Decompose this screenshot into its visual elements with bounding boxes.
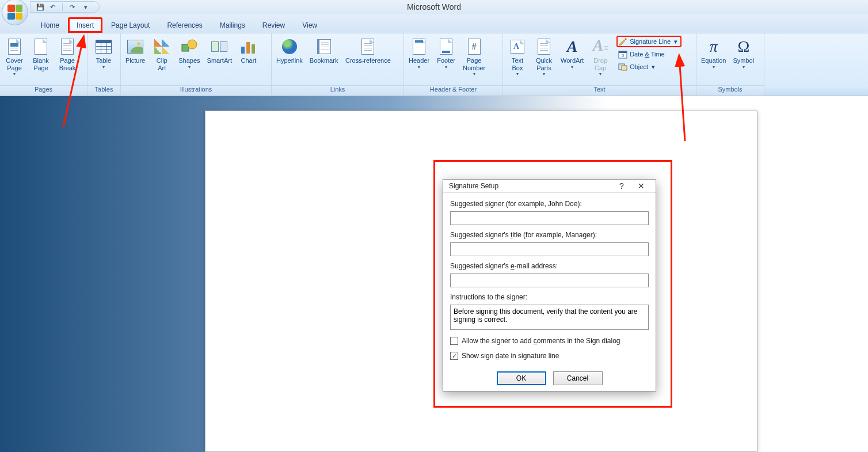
office-button[interactable]: [2, 0, 28, 25]
page-number-button[interactable]: # Page Number▾: [460, 36, 488, 78]
group-label-links: Links: [272, 85, 403, 96]
ribbon-tabs: Home Insert Page Layout References Maili…: [0, 14, 868, 33]
quick-access-toolbar: 💾 ↶ ↷ ▾: [30, 1, 100, 13]
app-title: Microsoft Word: [0, 0, 868, 14]
wordart-button[interactable]: A WordArt▾: [558, 36, 587, 71]
cancel-button[interactable]: Cancel: [553, 371, 603, 385]
drop-cap-icon: A≡: [593, 37, 608, 56]
quick-parts-button[interactable]: Quick Parts▾: [531, 36, 557, 78]
signature-icon: [618, 37, 627, 46]
tab-view[interactable]: View: [294, 17, 326, 33]
svg-rect-6: [622, 66, 627, 70]
clip-art-button[interactable]: Clip Art: [149, 36, 174, 73]
label-email: Suggested signer's e-mail address:: [450, 260, 649, 270]
checkbox-allow-comments[interactable]: Allow the signer to add comments in the …: [450, 337, 649, 345]
tab-page-layout[interactable]: Page Layout: [102, 17, 158, 33]
wordart-icon: A: [567, 39, 578, 55]
omega-icon: Ω: [737, 39, 749, 55]
tab-home[interactable]: Home: [32, 17, 68, 33]
label-signer: Suggested signer (for example, John Doe)…: [450, 197, 649, 208]
object-button[interactable]: Object▾: [616, 61, 682, 73]
label-title: Suggested signer's title (for example, M…: [450, 229, 649, 239]
globe-icon: [282, 39, 297, 54]
svg-point-1: [188, 40, 197, 49]
text-box-button[interactable]: A Text Box▾: [505, 36, 530, 78]
cross-ref-icon: [361, 39, 374, 55]
dialog-titlebar[interactable]: Signature Setup ? ✕: [443, 180, 656, 193]
tab-review[interactable]: Review: [254, 17, 294, 33]
cover-page-icon: [8, 39, 21, 55]
tab-mailings[interactable]: Mailings: [211, 17, 254, 33]
bookmark-icon: [317, 39, 331, 54]
input-instructions[interactable]: [450, 305, 649, 330]
svg-line-7: [63, 37, 83, 127]
ribbon: Cover Page▾ Blank Page Page Break Pages …: [0, 33, 868, 96]
save-icon[interactable]: 💾: [36, 3, 44, 11]
shapes-icon: [180, 37, 199, 56]
titlebar: 💾 ↶ ↷ ▾ Microsoft Word: [0, 0, 868, 14]
smartart-icon: [211, 40, 227, 54]
header-icon: [413, 39, 425, 55]
checkbox-icon: [450, 337, 458, 345]
annotation-arrow-insert: [58, 32, 92, 130]
checkbox-label: Show sign date in signature line: [462, 352, 559, 360]
picture-icon: [127, 40, 143, 54]
dialog-help-button[interactable]: ?: [612, 180, 631, 192]
signature-setup-dialog: Signature Setup ? ✕ Suggested signer (fo…: [443, 179, 656, 392]
table-button[interactable]: Table▾: [89, 36, 118, 71]
annotation-arrow-signature: [673, 52, 696, 144]
hyperlink-button[interactable]: Hyperlink: [273, 36, 306, 66]
drop-cap-button[interactable]: A≡ Drop Cap▾: [588, 36, 613, 78]
smartart-button[interactable]: SmartArt: [204, 36, 235, 66]
tab-insert[interactable]: Insert: [68, 17, 102, 33]
group-label-symbols: Symbols: [696, 85, 764, 96]
cross-ref-button[interactable]: Cross-reference: [342, 36, 394, 66]
qat-more-icon[interactable]: ▾: [84, 3, 87, 11]
checkbox-show-date[interactable]: ✓ Show sign date in signature line: [450, 352, 649, 360]
checkbox-icon: ✓: [450, 352, 458, 360]
picture-button[interactable]: Picture: [123, 36, 148, 66]
undo-icon[interactable]: ↶: [50, 3, 55, 11]
redo-icon[interactable]: ↷: [70, 3, 75, 11]
cover-page-button[interactable]: Cover Page▾: [2, 36, 27, 78]
header-button[interactable]: Header▾: [406, 36, 432, 71]
input-signer[interactable]: [450, 211, 649, 225]
blank-page-button[interactable]: Blank Page: [28, 36, 54, 73]
group-label-text: Text: [503, 85, 696, 96]
bookmark-button[interactable]: Bookmark: [307, 36, 341, 66]
qat-separator: [62, 3, 63, 11]
clip-art-icon: [154, 39, 169, 54]
footer-button[interactable]: Footer▾: [433, 36, 459, 71]
blank-page-icon: [35, 39, 47, 55]
input-email[interactable]: [450, 274, 649, 287]
tab-references[interactable]: References: [158, 17, 211, 33]
signature-line-button[interactable]: Signature Line▾: [616, 36, 682, 47]
footer-icon: [440, 39, 452, 55]
text-box-icon: A: [511, 40, 524, 54]
ok-button[interactable]: OK: [497, 371, 546, 385]
label-instructions: Instructions to the signer:: [450, 291, 649, 301]
group-label-illus: Illustrations: [121, 85, 271, 96]
calendar-icon: 5: [618, 50, 627, 59]
office-logo-icon: [7, 5, 22, 20]
pi-icon: π: [710, 39, 718, 55]
equation-button[interactable]: π Equation▾: [698, 36, 729, 71]
group-label-tables: Tables: [87, 85, 120, 96]
table-icon: [96, 40, 112, 54]
symbol-button[interactable]: Ω Symbol▾: [730, 36, 757, 71]
quick-parts-icon: [538, 39, 550, 55]
group-label-hf: Header & Footer: [404, 85, 502, 96]
dialog-title: Signature Setup: [449, 182, 612, 190]
shapes-button[interactable]: Shapes▾: [176, 36, 203, 71]
input-title[interactable]: [450, 242, 649, 256]
date-time-button[interactable]: 5 Date & Time: [616, 48, 682, 60]
chart-icon: [241, 40, 256, 54]
chart-button[interactable]: Chart: [236, 36, 261, 66]
svg-text:5: 5: [622, 53, 625, 58]
checkbox-label: Allow the signer to add comments in the …: [462, 337, 620, 345]
page-number-icon: #: [468, 39, 481, 55]
object-icon: [618, 62, 627, 71]
dialog-close-button[interactable]: ✕: [631, 180, 651, 192]
svg-line-8: [679, 56, 685, 141]
